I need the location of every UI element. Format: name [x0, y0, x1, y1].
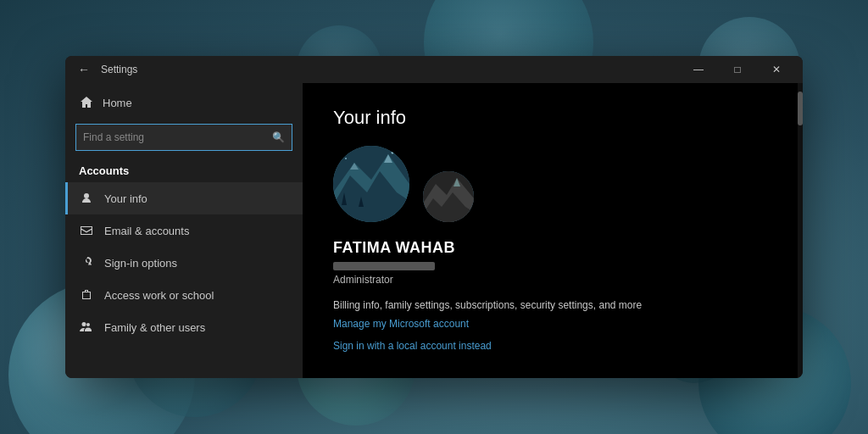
home-label: Home [103, 97, 132, 109]
sidebar: Home 🔍 Accounts Your info [65, 83, 303, 378]
work-school-label: Access work or school [104, 289, 214, 302]
sidebar-item-work-school[interactable]: Access work or school [65, 279, 303, 311]
family-users-label: Family & other users [104, 321, 205, 334]
key-icon [79, 255, 94, 270]
avatar-large [333, 146, 409, 222]
settings-window: ← Settings — □ ✕ Home 🔍 [65, 56, 803, 378]
manage-account-link[interactable]: Manage my Microsoft account [333, 318, 772, 330]
window-controls: — □ ✕ [679, 56, 796, 83]
user-info-section: FATIMA WAHAB Administrator Billing info,… [333, 239, 772, 352]
your-info-label: Your info [104, 192, 147, 205]
main-content: Your info [303, 83, 803, 378]
avatar-row [333, 146, 772, 222]
content-area: Home 🔍 Accounts Your info [65, 83, 803, 378]
search-input[interactable] [83, 131, 267, 143]
user-name: FATIMA WAHAB [333, 239, 772, 257]
svg-point-10 [345, 158, 347, 159]
user-role: Administrator [333, 274, 772, 286]
minimize-button[interactable]: — [679, 56, 718, 83]
page-title: Your info [333, 107, 772, 129]
local-account-link[interactable]: Sign in with a local account instead [333, 340, 772, 352]
people-icon [79, 320, 94, 335]
search-box[interactable]: 🔍 [75, 124, 292, 151]
section-label: Accounts [65, 156, 303, 182]
sidebar-item-sign-in[interactable]: Sign-in options [65, 247, 303, 279]
briefcase-icon [79, 287, 94, 303]
home-icon [79, 95, 94, 110]
email-icon [79, 223, 94, 238]
sidebar-item-email-accounts[interactable]: Email & accounts [65, 214, 303, 247]
sidebar-item-family-users[interactable]: Family & other users [65, 311, 303, 343]
back-button[interactable]: ← [72, 58, 96, 81]
email-accounts-label: Email & accounts [104, 225, 189, 237]
window-title: Settings [101, 64, 679, 75]
close-button[interactable]: ✕ [757, 56, 796, 83]
search-icon: 🔍 [272, 131, 285, 143]
scrollbar-track[interactable] [798, 83, 803, 378]
email-masked [333, 262, 435, 270]
sidebar-item-home[interactable]: Home [65, 86, 303, 119]
title-bar: ← Settings — □ ✕ [65, 56, 803, 83]
sidebar-item-your-info[interactable]: Your info [65, 182, 303, 214]
billing-info-text: Billing info, family settings, subscript… [333, 299, 772, 311]
svg-point-11 [392, 152, 394, 154]
person-icon [79, 191, 94, 206]
avatar-small [423, 171, 474, 222]
sign-in-label: Sign-in options [104, 257, 177, 270]
maximize-button[interactable]: □ [718, 56, 757, 83]
scrollbar-thumb[interactable] [798, 92, 803, 125]
